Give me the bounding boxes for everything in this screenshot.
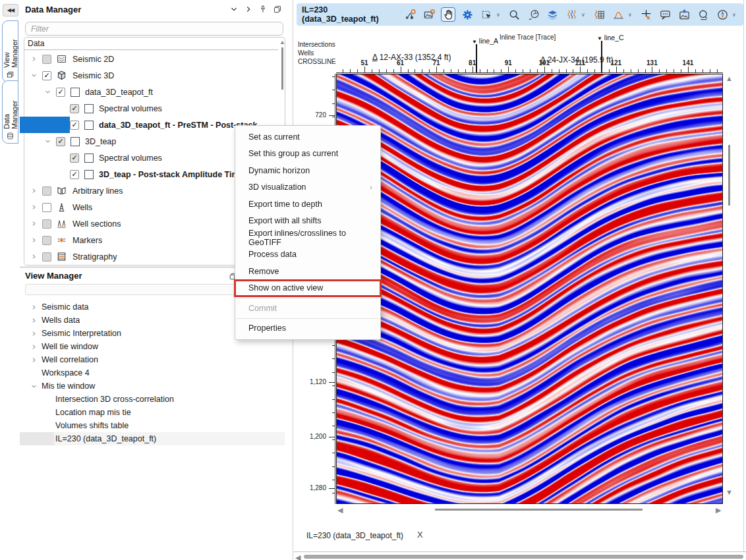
view-tree-row[interactable]: Well tie window [29, 340, 98, 353]
menu-item-3d-visualization[interactable]: 3D visualization› [235, 179, 380, 196]
seismic-section-view[interactable] [336, 74, 723, 504]
tree-row[interactable]: Arbitrary lines [29, 182, 123, 199]
checkbox[interactable] [42, 252, 51, 262]
viewer-titlebar[interactable]: IL=230 (data_3D_teapot_ft) ∨∨∨∨ [297, 3, 743, 26]
checkbox[interactable] [42, 236, 51, 245]
chevron-down-icon[interactable] [29, 381, 38, 391]
view-tree-row[interactable]: Intersection 3D cross-correlation [43, 393, 174, 406]
color-swatch[interactable] [84, 121, 94, 130]
chevron-right-icon[interactable] [29, 186, 38, 196]
filter-input[interactable] [25, 22, 283, 36]
color-swatch[interactable] [84, 104, 94, 113]
tree-row[interactable]: Stratigraphy [29, 248, 117, 265]
view-tree-row[interactable]: Well correlation [29, 353, 98, 366]
view-tree-row[interactable]: Location map mis tie [43, 406, 131, 419]
menu-item-export-inlines-crosslines-to-geotiff[interactable]: Export inlines/crosslines to GeoTIFF [235, 229, 380, 246]
chevron-right-icon[interactable] [29, 236, 38, 245]
settings-gear-icon[interactable] [460, 7, 474, 22]
tree-scrollbar-thumb[interactable] [281, 47, 283, 90]
tree-row[interactable]: data_3D_teapot_ft [43, 84, 153, 100]
outer-scroll-left-icon[interactable]: ◀ [295, 554, 301, 560]
chevron-down-icon[interactable]: ∨ [628, 12, 634, 18]
view-tree-row[interactable]: Workspace 4 [29, 366, 90, 379]
seismic-image[interactable] [337, 74, 722, 503]
chevron-down-icon[interactable]: ∨ [581, 12, 587, 18]
comment-icon[interactable] [658, 7, 672, 22]
viewer-hscrollbar-thumb[interactable] [435, 509, 643, 511]
tree-scroll-up-icon[interactable]: ▲ [279, 40, 285, 45]
menu-item-export-with-all-shifts[interactable]: Export with all shifts [235, 213, 380, 230]
chevron-down-icon[interactable] [229, 5, 239, 16]
data-tree-column-header[interactable]: Data [24, 38, 278, 50]
view-tree-row[interactable]: Wells data [29, 314, 80, 327]
viewer-scroll-right-icon[interactable]: ▶ [716, 507, 721, 514]
layers-icon[interactable] [545, 7, 560, 22]
tree-row[interactable]: Spectral volumes [57, 150, 162, 166]
viewer-scroll-up-icon[interactable]: ▲ [726, 75, 733, 82]
compass-icon[interactable] [715, 7, 730, 22]
chevron-right-icon[interactable] [29, 355, 38, 364]
select-mode-icon[interactable] [479, 7, 494, 22]
chevron-right-icon[interactable] [29, 252, 38, 262]
chevron-down-icon[interactable] [43, 88, 52, 97]
color-swatch[interactable] [71, 88, 80, 97]
menu-item-set-as-current[interactable]: Set as current [235, 128, 380, 146]
menu-item-properties[interactable]: Properties [235, 320, 380, 337]
chevron-right-icon[interactable] [29, 329, 38, 338]
view-tree-row[interactable]: Mis tie window [29, 379, 95, 393]
chevron-right-icon[interactable] [244, 5, 253, 16]
checkbox[interactable] [42, 71, 51, 80]
menu-item-remove[interactable]: Remove [235, 263, 380, 280]
mouse-tools-icon[interactable] [526, 7, 540, 22]
menu-item-process-data[interactable]: Process data [235, 246, 380, 264]
tree-row[interactable]: Seismic 2D [29, 51, 114, 67]
histogram-icon[interactable] [611, 7, 625, 22]
export-image-icon[interactable] [677, 7, 691, 22]
tree-row[interactable]: 3D_teap [43, 133, 116, 150]
chevron-down-icon[interactable]: ∨ [732, 12, 738, 18]
wiggle-display-icon[interactable] [564, 7, 579, 22]
viewer-scroll-down-icon[interactable]: ▼ [726, 489, 733, 496]
chevron-down-icon[interactable]: ∨ [496, 12, 502, 18]
menu-item-set-this-group-as-current[interactable]: Set this group as current [235, 146, 380, 163]
menu-item-dynamic-horizon[interactable]: Dynamic horizon [235, 162, 380, 179]
view-tree-row[interactable]: Volumes shifts table [43, 419, 129, 432]
view-tree-row[interactable]: Seismic Interpretation [29, 327, 121, 340]
checkbox[interactable] [56, 88, 65, 97]
checkbox[interactable] [42, 186, 51, 196]
chevron-down-icon[interactable] [29, 71, 38, 80]
collapse-panel-button[interactable]: ◀◀ [3, 4, 18, 16]
checkbox[interactable] [42, 219, 51, 229]
checkbox[interactable] [70, 104, 79, 113]
pin-icon[interactable] [258, 5, 268, 16]
color-swatch[interactable] [84, 154, 94, 163]
chevron-right-icon[interactable] [29, 55, 38, 64]
view-tree-row[interactable]: IL=230 (data_3D_teapot_ft) [43, 432, 156, 445]
view-tab[interactable]: IL=230 (data_3D_teapot_ft) [306, 531, 403, 540]
view-tree-row[interactable]: Seismic data [29, 300, 89, 314]
tree-row[interactable]: Spectral volumes [57, 100, 162, 117]
checkbox[interactable] [42, 55, 51, 64]
float-icon[interactable] [273, 5, 282, 16]
checkbox[interactable] [56, 137, 65, 146]
tree-row[interactable]: Markers [29, 232, 102, 248]
pan-hand-icon[interactable] [441, 7, 455, 22]
color-swatch[interactable] [84, 170, 94, 179]
tree-row[interactable]: Seismic 3D [29, 67, 114, 84]
checkbox[interactable] [70, 121, 79, 130]
link-wells-icon[interactable] [403, 7, 417, 22]
chevron-right-icon[interactable] [29, 316, 38, 325]
viewer-scroll-left-icon[interactable]: ◀ [337, 507, 343, 514]
tree-row[interactable]: Wells [29, 199, 92, 215]
view-tab-close-icon[interactable]: X [417, 530, 423, 540]
zoom-icon[interactable] [507, 7, 521, 22]
chevron-right-icon[interactable] [29, 342, 38, 351]
measure-icon[interactable] [696, 7, 710, 22]
checkbox[interactable] [70, 170, 79, 179]
viewer-vscrollbar-thumb[interactable] [728, 145, 730, 206]
chevron-right-icon[interactable] [29, 203, 38, 212]
tree-row[interactable]: Well sections [29, 215, 121, 232]
tree-row[interactable]: data_3D_teapot_ft - PreSTM - Post-stack [57, 117, 257, 133]
menu-item-show-on-active-view[interactable]: Show on active view [235, 280, 380, 297]
rail-tab-view-manager[interactable]: View Manager [2, 20, 18, 82]
